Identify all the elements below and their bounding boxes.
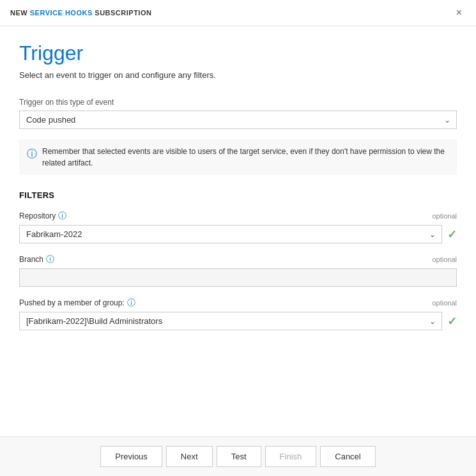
- close-button[interactable]: ×: [452, 6, 466, 19]
- info-circle-icon: ⓘ: [27, 146, 37, 162]
- event-type-select[interactable]: Code pushed Build completed Work item cr…: [19, 111, 457, 129]
- event-type-field: Trigger on this type of event Code pushe…: [19, 98, 457, 129]
- page-subtitle: Select an event to trigger on and config…: [19, 70, 457, 80]
- branch-input[interactable]: [19, 268, 457, 287]
- repository-field: Repository ⓘ optional Fabrikam-2022 ⌄ ✓: [19, 210, 457, 243]
- repository-select-row: Fabrikam-2022 ⌄ ✓: [19, 225, 457, 243]
- dialog-title: NEW SERVICE HOOKS SUBSCRIPTION: [10, 9, 151, 17]
- pushed-by-select-row: [Fabrikam-2022]\Build Administrators ⌄ ✓: [19, 312, 457, 330]
- event-type-select-wrapper: Code pushed Build completed Work item cr…: [19, 111, 457, 129]
- pushed-by-field: Pushed by a member of group: ⓘ optional …: [19, 297, 457, 330]
- previous-button[interactable]: Previous: [100, 446, 162, 467]
- next-button[interactable]: Next: [166, 446, 213, 467]
- event-type-label: Trigger on this type of event: [19, 98, 457, 107]
- repository-check-icon: ✓: [447, 227, 457, 242]
- pushed-by-label: Pushed by a member of group: ⓘ: [19, 297, 135, 309]
- branch-field: Branch ⓘ optional: [19, 254, 457, 287]
- repository-select[interactable]: Fabrikam-2022: [19, 225, 442, 243]
- pushed-by-optional: optional: [432, 299, 457, 307]
- branch-label: Branch ⓘ: [19, 254, 54, 265]
- test-button[interactable]: Test: [217, 446, 261, 467]
- dialog-footer: Previous Next Test Finish Cancel: [0, 436, 476, 476]
- repository-info-icon[interactable]: ⓘ: [58, 210, 66, 222]
- pushed-by-info-icon[interactable]: ⓘ: [127, 297, 135, 309]
- dialog-content: Trigger Select an event to trigger on an…: [0, 26, 476, 436]
- dialog-header: NEW SERVICE HOOKS SUBSCRIPTION ×: [0, 0, 476, 26]
- pushed-by-label-row: Pushed by a member of group: ⓘ optional: [19, 297, 457, 309]
- pushed-by-check-icon: ✓: [447, 314, 457, 328]
- info-message: Remember that selected events are visibl…: [42, 146, 449, 169]
- pushed-by-select-wrapper: [Fabrikam-2022]\Build Administrators ⌄: [19, 312, 442, 330]
- filters-heading: FILTERS: [19, 190, 457, 200]
- dialog-window: NEW SERVICE HOOKS SUBSCRIPTION × Trigger…: [0, 0, 476, 476]
- page-title: Trigger: [19, 42, 457, 65]
- dialog-title-highlight: SERVICE HOOKS: [30, 9, 93, 17]
- finish-button[interactable]: Finish: [265, 446, 317, 467]
- branch-label-row: Branch ⓘ optional: [19, 254, 457, 265]
- branch-optional: optional: [432, 256, 457, 263]
- repository-select-wrapper: Fabrikam-2022 ⌄: [19, 225, 442, 243]
- cancel-button[interactable]: Cancel: [320, 446, 375, 467]
- info-box: ⓘ Remember that selected events are visi…: [19, 139, 457, 175]
- pushed-by-select[interactable]: [Fabrikam-2022]\Build Administrators: [19, 312, 442, 330]
- repository-label: Repository ⓘ: [19, 210, 66, 222]
- branch-info-icon[interactable]: ⓘ: [46, 254, 54, 265]
- repository-label-row: Repository ⓘ optional: [19, 210, 457, 222]
- repository-optional: optional: [432, 212, 457, 220]
